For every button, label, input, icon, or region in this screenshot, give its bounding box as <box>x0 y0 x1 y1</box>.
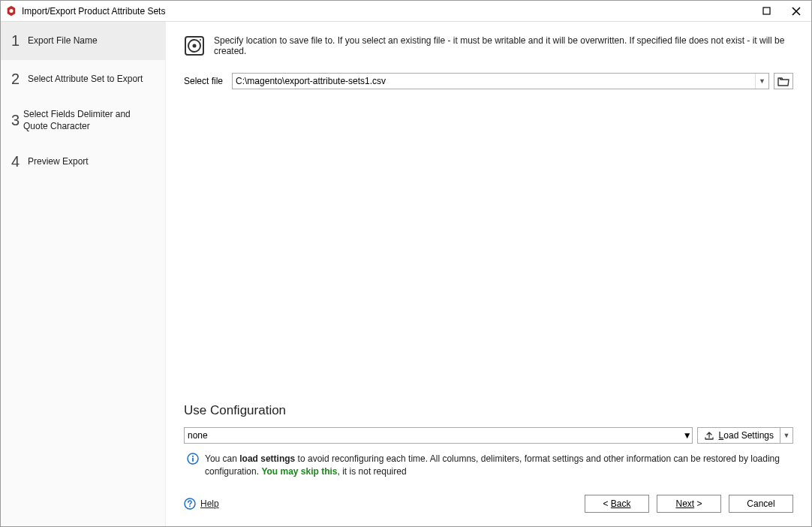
step-number: 2 <box>11 71 28 88</box>
note-green: You may skip this <box>261 466 337 477</box>
select-file-label: Select file <box>184 76 223 86</box>
file-path-dropdown[interactable]: ▼ <box>755 74 768 89</box>
instruction-text: Specify location to save file to. If you… <box>214 35 793 56</box>
svg-point-5 <box>200 39 201 41</box>
step-preview-export[interactable]: 4 Preview Export <box>1 143 165 181</box>
back-button[interactable]: < Back <box>585 495 649 513</box>
step-number: 1 <box>11 32 28 50</box>
browse-button[interactable] <box>774 73 793 89</box>
step-number: 4 <box>11 153 28 170</box>
use-configuration-title: Use Configuration <box>184 403 793 418</box>
close-button[interactable] <box>781 1 811 21</box>
svg-rect-1 <box>763 8 770 14</box>
step-label: Preview Export <box>28 156 92 168</box>
wizard-sidebar: 1 Export File Name 2 Select Attribute Se… <box>1 22 166 526</box>
step-select-attribute-set[interactable]: 2 Select Attribute Set to Export <box>1 60 165 98</box>
step-label: Select Fields Delimiter and Quote Charac… <box>23 109 155 132</box>
disk-icon <box>184 35 205 56</box>
svg-point-7 <box>192 456 194 457</box>
help-link[interactable]: Help <box>184 498 219 510</box>
svg-rect-8 <box>192 458 194 462</box>
configuration-dropdown[interactable]: ▼ <box>683 430 692 441</box>
step-select-delimiter[interactable]: 3 Select Fields Delimiter and Quote Char… <box>1 98 165 143</box>
load-settings-dropdown[interactable]: ▼ <box>780 428 792 443</box>
file-path-input[interactable] <box>233 74 755 89</box>
svg-point-10 <box>189 505 191 507</box>
configuration-selected: none <box>185 430 683 441</box>
info-note: You can load settings to avoid reconfigu… <box>184 453 793 478</box>
step-export-file-name[interactable]: 1 Export File Name <box>1 22 165 60</box>
step-number: 3 <box>11 112 23 129</box>
next-button[interactable]: Next > <box>657 495 721 513</box>
help-icon <box>184 498 196 510</box>
load-settings-label: oad Settings <box>723 430 774 441</box>
load-settings-group: Load Settings ▼ <box>697 427 793 444</box>
window-controls <box>751 1 811 21</box>
cancel-button[interactable]: Cancel <box>729 495 793 513</box>
upload-icon <box>704 430 714 441</box>
titlebar: Import/Export Product Attribute Sets <box>1 1 811 22</box>
note-pre: You can <box>205 453 239 464</box>
svg-point-0 <box>10 9 14 13</box>
maximize-button[interactable] <box>751 1 781 21</box>
help-label: Help <box>200 498 219 509</box>
file-path-combo[interactable]: ▼ <box>232 73 769 89</box>
step-label: Export File Name <box>28 35 101 47</box>
info-row: Specify location to save file to. If you… <box>184 35 793 56</box>
note-bold: load settings <box>239 453 295 464</box>
info-icon <box>187 453 199 465</box>
step-label: Select Attribute Set to Export <box>28 74 146 86</box>
load-settings-button[interactable]: Load Settings <box>698 428 780 443</box>
footer: Help < Back Next > Cancel <box>166 486 811 526</box>
svg-point-4 <box>193 44 197 48</box>
configuration-combo[interactable]: none ▼ <box>184 427 693 444</box>
window-title: Import/Export Product Attribute Sets <box>22 6 751 17</box>
note-post: , it is not required <box>338 466 407 477</box>
app-icon <box>5 5 17 17</box>
